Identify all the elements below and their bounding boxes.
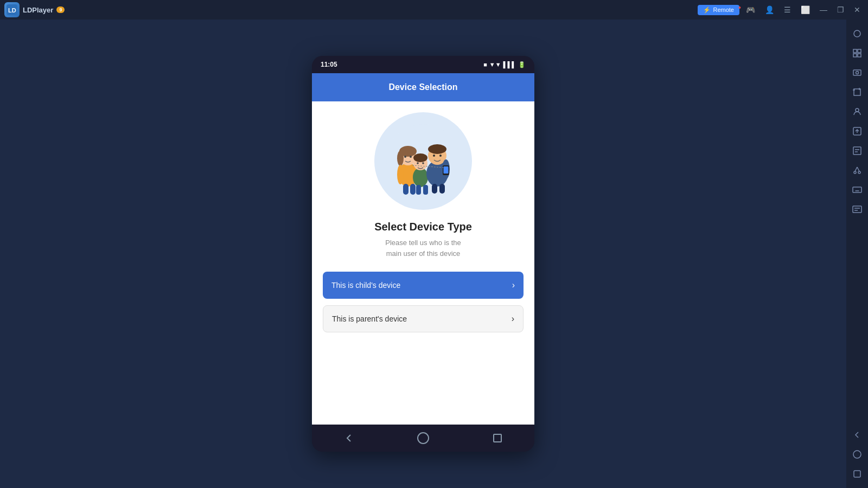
- right-sidebar: [846, 20, 868, 488]
- svg-point-38: [404, 156, 406, 158]
- svg-point-19: [858, 171, 860, 174]
- svg-rect-42: [410, 184, 416, 195]
- select-device-title: Select Device Type: [374, 221, 472, 233]
- restore-button[interactable]: ❐: [834, 4, 847, 15]
- child-device-label: This is child's device: [331, 281, 400, 290]
- svg-point-53: [433, 155, 435, 157]
- phone-frame: 11:05 ■ ▼▼ ▌▌▌ 🔋 Device Selection: [312, 56, 534, 452]
- lightning-icon: ⚡: [703, 7, 711, 14]
- grid-tool-icon[interactable]: [850, 46, 865, 61]
- back-nav-icon[interactable]: [850, 427, 865, 442]
- menu-icon[interactable]: ☰: [781, 4, 794, 15]
- svg-rect-22: [853, 187, 861, 192]
- svg-point-43: [413, 168, 428, 187]
- svg-point-2: [854, 30, 860, 37]
- close-button[interactable]: ✕: [851, 4, 864, 15]
- svg-rect-15: [853, 147, 861, 155]
- home-button[interactable]: [412, 427, 434, 449]
- svg-rect-6: [858, 54, 861, 57]
- screenshot-tool-icon[interactable]: [850, 65, 865, 80]
- list-tool-icon[interactable]: [850, 202, 865, 217]
- back-button[interactable]: [338, 427, 360, 449]
- svg-rect-48: [416, 185, 421, 195]
- recents-nav-icon[interactable]: [850, 466, 865, 481]
- status-icons: ■ ▼▼ ▌▌▌ 🔋: [483, 61, 526, 68]
- svg-point-31: [853, 451, 861, 458]
- svg-point-54: [439, 155, 442, 157]
- svg-rect-58: [432, 184, 437, 194]
- parent-device-label: This is parent's device: [332, 314, 407, 323]
- svg-point-46: [417, 162, 419, 164]
- upload-tool-icon[interactable]: [850, 124, 865, 139]
- status-bar: 11:05 ■ ▼▼ ▌▌▌ 🔋: [312, 56, 534, 73]
- recents-button[interactable]: [487, 427, 508, 449]
- crop-tool-icon[interactable]: [850, 85, 865, 100]
- notification-icon: ■: [483, 61, 487, 68]
- svg-rect-32: [854, 471, 860, 477]
- controller-icon[interactable]: 🎮: [743, 4, 758, 15]
- svg-point-18: [854, 171, 856, 174]
- child-device-button[interactable]: This is child's device ›: [323, 272, 524, 299]
- app-header-title: Device Selection: [388, 82, 457, 92]
- minimize-button[interactable]: —: [816, 4, 831, 15]
- status-time: 11:05: [321, 61, 337, 68]
- svg-point-12: [856, 108, 859, 112]
- scissors-tool-icon[interactable]: [850, 163, 865, 178]
- version-badge: 9: [56, 7, 65, 13]
- parent-device-button[interactable]: This is parent's device ›: [323, 305, 524, 332]
- svg-rect-4: [858, 49, 861, 53]
- svg-rect-28: [853, 206, 861, 213]
- app-name-label: LDPlayer: [23, 6, 53, 14]
- svg-rect-49: [423, 185, 428, 195]
- svg-rect-41: [403, 184, 409, 195]
- bottom-nav: [312, 425, 534, 452]
- child-chevron-icon: ›: [512, 280, 515, 290]
- main-content-area: 11:05 ■ ▼▼ ▌▌▌ 🔋 Device Selection: [0, 20, 846, 488]
- svg-rect-7: [853, 70, 861, 75]
- svg-line-21: [857, 167, 859, 171]
- titlebar-left: LD LDPlayer 9: [4, 2, 65, 17]
- svg-text:LD: LD: [8, 7, 16, 14]
- circle-tool-icon[interactable]: [850, 26, 865, 41]
- account-tool-icon[interactable]: [850, 104, 865, 119]
- svg-point-8: [856, 72, 859, 74]
- wifi-icon: ▼▼: [489, 61, 501, 68]
- signal-icon: ▌▌▌: [503, 61, 516, 68]
- svg-rect-59: [439, 184, 445, 194]
- svg-point-45: [413, 153, 427, 162]
- select-device-subtitle: Please tell us who is the main user of t…: [385, 237, 461, 259]
- svg-rect-5: [853, 54, 857, 57]
- app-content: Select Device Type Please tell us who is…: [312, 101, 534, 425]
- window-icon[interactable]: ⬜: [797, 4, 813, 15]
- app-logo: LD: [4, 2, 20, 17]
- svg-point-40: [397, 165, 404, 184]
- rpk-tool-icon[interactable]: [850, 143, 865, 158]
- svg-line-20: [855, 167, 857, 171]
- titlebar-right: ⚡ Remote 🎮 👤 ☰ ⬜ — ❐ ✕: [698, 4, 864, 15]
- svg-rect-3: [853, 49, 857, 53]
- titlebar: LD LDPlayer 9 ⚡ Remote 🎮 👤 ☰ ⬜ — ❐ ✕: [0, 0, 868, 20]
- person-icon[interactable]: 👤: [762, 4, 777, 15]
- svg-point-37: [397, 151, 404, 166]
- remote-button[interactable]: ⚡ Remote: [698, 5, 739, 15]
- keyboard-tool-icon[interactable]: [850, 182, 865, 197]
- svg-rect-57: [444, 166, 449, 174]
- parent-chevron-icon: ›: [512, 314, 514, 324]
- svg-point-52: [428, 144, 446, 154]
- svg-point-47: [422, 162, 424, 164]
- app-header: Device Selection: [312, 73, 534, 101]
- home-nav-icon[interactable]: [850, 447, 865, 462]
- battery-icon: 🔋: [518, 61, 526, 68]
- svg-point-39: [410, 156, 412, 158]
- illustration-circle: [374, 112, 472, 210]
